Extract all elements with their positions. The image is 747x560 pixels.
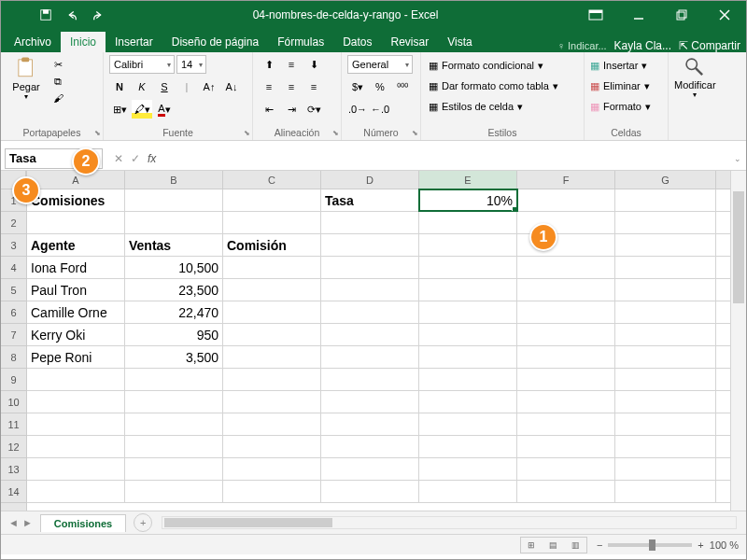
row-header[interactable]: 14 [1, 481, 26, 503]
page-break-icon[interactable]: ▥ [566, 538, 586, 553]
conditional-format-button[interactable]: ▦Formato condicional▾ [427, 55, 560, 76]
cell[interactable] [223, 413, 321, 435]
row-header[interactable]: 3 [1, 234, 26, 257]
page-layout-icon[interactable]: ▤ [543, 538, 564, 553]
align-middle-icon[interactable]: ≡ [281, 55, 302, 74]
cell[interactable]: Comisión [223, 234, 321, 256]
cell[interactable] [517, 301, 615, 323]
cell[interactable] [321, 324, 419, 345]
cell[interactable] [615, 369, 716, 390]
cell[interactable] [419, 413, 517, 435]
cell[interactable] [517, 189, 615, 211]
cell[interactable] [125, 189, 223, 211]
cell[interactable] [419, 369, 517, 390]
cell[interactable]: Comisiones [27, 189, 125, 211]
row-header[interactable]: 13 [1, 458, 26, 481]
cell[interactable] [321, 369, 419, 390]
cell[interactable] [517, 257, 615, 278]
copy-icon[interactable]: ⧉ [49, 74, 66, 89]
row-header[interactable]: 6 [1, 301, 26, 324]
cell[interactable] [419, 324, 517, 345]
percent-icon[interactable]: % [370, 77, 390, 96]
cell[interactable] [517, 279, 615, 301]
column-header[interactable]: E [419, 171, 517, 189]
cell[interactable] [419, 257, 517, 278]
prev-sheet-icon[interactable]: ◄ [8, 517, 19, 528]
cell[interactable] [321, 234, 419, 256]
edit-button[interactable]: Modificar ▾ [674, 55, 716, 99]
cell[interactable] [615, 234, 716, 256]
cell[interactable] [517, 346, 615, 368]
align-center-icon[interactable]: ≡ [281, 77, 302, 96]
cell[interactable]: 22,470 [125, 301, 223, 323]
cell[interactable] [27, 391, 125, 413]
row-header[interactable]: 9 [1, 369, 26, 391]
align-right-icon[interactable]: ≡ [303, 77, 324, 96]
cell[interactable] [615, 481, 716, 502]
cell[interactable]: Iona Ford [27, 257, 125, 278]
cell[interactable] [419, 346, 517, 368]
tab-insertar[interactable]: Insertar [106, 32, 162, 52]
cell[interactable] [223, 481, 321, 502]
tab-diseno[interactable]: Diseño de página [162, 32, 268, 52]
enter-formula-icon[interactable]: ✓ [131, 152, 140, 165]
decrease-font-icon[interactable]: A↓ [221, 77, 242, 96]
cell[interactable] [223, 189, 321, 211]
cell[interactable] [321, 391, 419, 413]
decrease-indent-icon[interactable]: ⇤ [259, 100, 279, 119]
cell[interactable] [223, 458, 321, 480]
cell[interactable] [223, 279, 321, 301]
tab-datos[interactable]: Datos [333, 32, 381, 52]
tell-me[interactable]: ♀ Indicar... [557, 40, 607, 51]
cell[interactable] [223, 301, 321, 323]
cell[interactable] [615, 189, 716, 211]
dialog-launcher-icon[interactable]: ⬊ [244, 129, 250, 137]
zoom-slider[interactable] [608, 543, 692, 547]
format-table-button[interactable]: ▦Dar formato como tabla▾ [427, 76, 560, 96]
column-header[interactable]: A [27, 171, 125, 189]
cell[interactable] [321, 257, 419, 278]
bold-button[interactable]: N [109, 77, 130, 96]
sheet-tab[interactable]: Comisiones [40, 514, 126, 532]
decrease-decimal-icon[interactable]: ←.0 [370, 100, 390, 119]
column-header[interactable]: F [517, 171, 615, 189]
cell[interactable] [615, 212, 716, 233]
increase-font-icon[interactable]: A↑ [199, 77, 219, 96]
cell[interactable]: Tasa [321, 189, 419, 211]
font-size-select[interactable]: 14 [176, 55, 206, 74]
minimize-icon[interactable] [617, 1, 660, 29]
orientation-icon[interactable]: ⟳▾ [303, 100, 324, 119]
row-header[interactable]: 5 [1, 279, 26, 301]
cell[interactable] [125, 413, 223, 435]
undo-icon[interactable] [61, 4, 83, 26]
dialog-launcher-icon[interactable]: ⬊ [94, 129, 101, 137]
row-header[interactable]: 10 [1, 391, 26, 413]
italic-button[interactable]: K [132, 77, 152, 96]
cell[interactable] [517, 369, 615, 390]
fx-icon[interactable]: fx [148, 152, 156, 165]
cell[interactable] [223, 257, 321, 278]
cell[interactable] [615, 279, 716, 301]
cell[interactable] [223, 324, 321, 345]
cell[interactable] [27, 212, 125, 233]
close-icon[interactable] [703, 1, 746, 29]
cell[interactable] [517, 481, 615, 502]
column-header[interactable]: C [223, 171, 321, 189]
increase-decimal-icon[interactable]: .0→ [347, 100, 368, 119]
zoom-level[interactable]: 100 % [710, 539, 739, 551]
cell[interactable] [615, 458, 716, 480]
paste-button[interactable]: Pegar ▾ [7, 55, 46, 101]
row-header[interactable]: 12 [1, 436, 26, 458]
cell[interactable] [615, 436, 716, 457]
cell[interactable] [125, 481, 223, 502]
cell[interactable] [125, 369, 223, 390]
underline-button[interactable]: S [154, 77, 175, 96]
cell[interactable]: 10,500 [125, 257, 223, 278]
cell[interactable] [419, 301, 517, 323]
row-header[interactable]: 4 [1, 257, 26, 279]
cell[interactable] [321, 279, 419, 301]
currency-icon[interactable]: $▾ [347, 77, 368, 96]
cell[interactable]: Camille Orne [27, 301, 125, 323]
normal-view-icon[interactable]: ⊞ [521, 538, 542, 553]
cell[interactable] [125, 436, 223, 457]
